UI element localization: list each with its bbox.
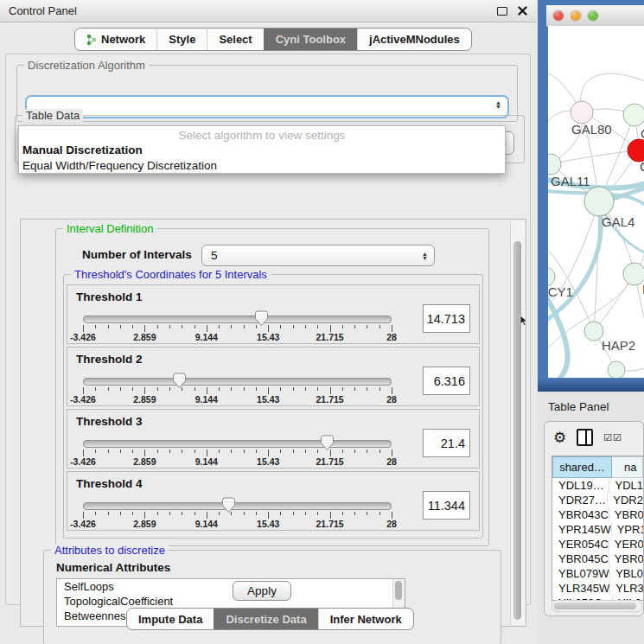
tick-mark <box>120 387 121 391</box>
tab-cyni-toolbox[interactable]: Cyni Toolbox <box>264 29 357 50</box>
table-row[interactable]: YBL079WYBL0 <box>552 566 643 581</box>
tick-mark <box>231 325 232 328</box>
dropdown-option[interactable]: Manual Discretization <box>19 143 505 158</box>
tick-mark <box>244 512 245 515</box>
table-header-name[interactable]: na <box>612 456 643 478</box>
table-horizontal-scrollbar[interactable] <box>552 600 642 612</box>
tab-label: Style <box>169 33 195 46</box>
graph-node[interactable] <box>584 187 614 216</box>
float-window-icon[interactable] <box>497 7 507 16</box>
network-graph: GAL80GACGAL11GAL4GCY1HHAP2 <box>548 26 644 378</box>
vertical-scrollbar[interactable] <box>510 220 525 625</box>
threshold-slider[interactable]: -3.4262.8599.14415.4321.71528 <box>83 313 392 339</box>
tick-label: 2.859 <box>133 456 156 467</box>
tick-label: -3.426 <box>70 394 96 405</box>
network-window-bottom-frame <box>538 378 644 392</box>
table-row[interactable]: YPR145WYPR1 <box>552 522 643 537</box>
table-horizontal-scrollbar-thumb[interactable] <box>554 603 636 609</box>
bottom-tab-impute-data[interactable]: Impute Data <box>127 609 214 629</box>
tick-label: 15.43 <box>257 456 279 467</box>
number-of-intervals-label: Number of Intervals <box>82 248 192 261</box>
tick-mark <box>317 325 318 328</box>
tick-mark <box>144 450 145 456</box>
threshold-slider[interactable]: -3.4262.8599.14415.4321.71528 <box>83 375 392 401</box>
split-columns-icon[interactable] <box>577 429 593 446</box>
tick-mark <box>244 387 245 391</box>
threshold-label: Threshold 1 <box>76 290 143 303</box>
attributes-group-title: Attributes to discretize <box>51 544 169 557</box>
graph-node[interactable] <box>623 104 644 126</box>
threshold-value-field[interactable]: 14.713 <box>423 304 470 333</box>
table-row[interactable]: YDR27…YDR2 <box>552 493 643 507</box>
threshold-value-field[interactable]: 21.4 <box>423 429 470 457</box>
dropdown-placeholder-option[interactable]: Select algorithm to view settings <box>19 126 505 143</box>
tick-mark <box>392 450 392 456</box>
attribute-list-item[interactable]: SelfLoops <box>57 579 405 594</box>
graph-node[interactable] <box>608 361 625 378</box>
graph-node-label: GAL4 <box>602 214 634 229</box>
close-light-icon[interactable] <box>553 10 564 21</box>
tick-mark <box>392 387 392 394</box>
slider-tick-labels: -3.4262.8599.14415.4321.71528 <box>83 332 392 342</box>
tab-select[interactable]: Select <box>207 29 263 50</box>
select-columns-icon[interactable]: ☑☑ <box>603 432 622 443</box>
tick-mark <box>305 450 306 453</box>
table-cell-name: YBL0 <box>609 566 643 581</box>
tick-mark <box>157 387 158 391</box>
tick-mark <box>108 387 109 391</box>
slider-track[interactable] <box>83 378 392 386</box>
table-cell-shared-name: YER054C <box>552 537 609 552</box>
graph-node-label: HAP2 <box>602 338 635 353</box>
threshold-value-field[interactable]: 6.316 <box>423 367 470 395</box>
tick-label: 21.715 <box>316 519 344 529</box>
apply-button[interactable]: Apply <box>233 581 291 601</box>
list-scrollbar-thumb[interactable] <box>395 581 402 600</box>
tab-style[interactable]: Style <box>156 29 207 50</box>
tick-mark <box>244 450 245 453</box>
tick-mark <box>120 325 121 328</box>
number-of-intervals-combobox[interactable]: 5 ▲▼ <box>201 245 435 266</box>
bottom-tab-infer-network[interactable]: Infer Network <box>318 609 413 629</box>
zoom-light-icon[interactable] <box>588 10 598 21</box>
tick-mark <box>157 512 158 515</box>
tab-network[interactable]: Network <box>75 29 156 50</box>
dropdown-option[interactable]: Equal Width/Frequency Discretization <box>19 158 505 174</box>
tick-mark <box>367 325 367 328</box>
threshold-slider[interactable]: -3.4262.8599.14415.4321.71528 <box>83 437 392 463</box>
tick-mark <box>182 512 182 515</box>
tick-label: 9.144 <box>195 456 218 467</box>
tick-mark <box>194 450 195 453</box>
table-row[interactable]: YLR345WYLR3 <box>552 581 643 596</box>
slider-track[interactable] <box>83 502 392 510</box>
graph-node[interactable] <box>623 263 644 285</box>
graph-node[interactable] <box>584 322 603 341</box>
tick-label: 21.715 <box>316 332 344 342</box>
table-header-shared[interactable]: shared… <box>552 456 612 478</box>
gear-icon[interactable]: ⚙ <box>553 430 566 445</box>
table-cell-name: YBR0 <box>609 507 643 522</box>
table-row[interactable]: YBR043CYBR0 <box>552 507 643 522</box>
bottom-tab-discretize-data[interactable]: Discretize Data <box>214 609 317 629</box>
table-cell-shared-name: YPR145W <box>552 522 611 537</box>
slider-track[interactable] <box>83 316 392 323</box>
table-row[interactable]: YDL19…YDL1 <box>552 478 643 493</box>
attribute-list-item[interactable]: TopologicalCoefficient <box>57 594 405 609</box>
vertical-scrollbar-thumb[interactable] <box>513 241 521 620</box>
tick-mark <box>392 325 392 332</box>
graph-node[interactable] <box>571 101 593 124</box>
close-icon[interactable] <box>518 6 527 16</box>
network-canvas[interactable]: GAL80GACGAL11GAL4GCY1HHAP2 <box>548 26 644 378</box>
discretization-algorithm-group: Discretization Algorithm ▲▼ <box>16 65 518 122</box>
table-row[interactable]: YER054CYER0 <box>552 537 643 552</box>
control-panel-body: Discretization Algorithm ▲▼ Select algor… <box>5 54 531 605</box>
tick-mark <box>169 325 170 328</box>
threshold-slider[interactable]: -3.4262.8599.14415.4321.71528 <box>83 500 392 526</box>
slider-track[interactable] <box>83 440 392 448</box>
graph-node[interactable] <box>548 267 555 286</box>
table-row[interactable]: YBR045CYBR0 <box>552 552 643 566</box>
minimize-light-icon[interactable] <box>571 10 581 21</box>
tab-jactivemnodules[interactable]: jActiveMNodules <box>357 29 471 50</box>
tick-mark <box>354 450 355 453</box>
threshold-value-field[interactable]: 11.344 <box>423 491 470 520</box>
control-panel-tabs: NetworkStyleSelectCyni ToolboxjActiveMNo… <box>74 28 472 51</box>
